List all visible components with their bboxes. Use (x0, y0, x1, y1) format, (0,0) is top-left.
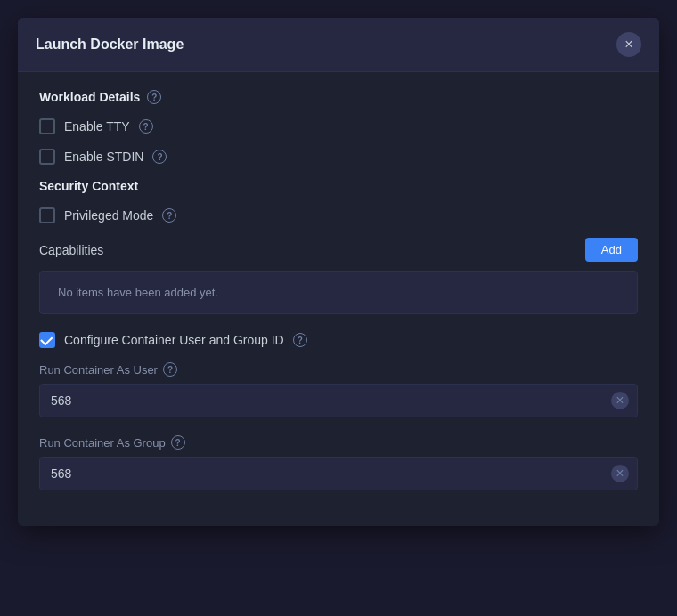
enable-stdin-help-icon[interactable]: ? (152, 150, 167, 164)
run-as-group-input[interactable] (39, 457, 638, 490)
modal-header: Launch Docker Image × (18, 18, 659, 72)
modal-body: Workload Details ? Enable TTY ? Enable S… (18, 72, 659, 526)
close-button[interactable]: × (616, 32, 641, 57)
privileged-mode-label: Privileged Mode (64, 208, 153, 223)
workload-details-title: Workload Details (39, 90, 140, 104)
enable-tty-help-icon[interactable]: ? (139, 119, 153, 134)
run-as-user-group: Run Container As User ? × (39, 362, 638, 417)
add-capability-button[interactable]: Add (585, 238, 638, 262)
enable-tty-row: Enable TTY ? (39, 118, 638, 134)
enable-stdin-label: Enable STDIN (64, 150, 143, 164)
run-as-user-input-wrapper: × (39, 384, 638, 417)
workload-details-header: Workload Details ? (39, 90, 638, 104)
launch-docker-modal: Launch Docker Image × Workload Details ?… (18, 18, 659, 526)
enable-stdin-checkbox[interactable] (39, 149, 55, 165)
configure-container-label: Configure Container User and Group ID (64, 333, 284, 347)
run-as-user-label: Run Container As User (39, 363, 158, 377)
capabilities-empty-message: No items have been added yet. (58, 286, 218, 299)
run-as-user-field-label: Run Container As User ? (39, 362, 638, 377)
enable-tty-checkbox[interactable] (39, 118, 55, 134)
capabilities-row: Capabilities Add (39, 238, 638, 262)
capabilities-label: Capabilities (39, 243, 103, 257)
configure-container-checkbox[interactable] (39, 332, 55, 348)
capabilities-empty-box: No items have been added yet. (39, 271, 638, 314)
enable-tty-label: Enable TTY (64, 119, 130, 134)
privileged-mode-checkbox[interactable] (39, 207, 55, 223)
run-as-group-label: Run Container As Group (39, 436, 166, 450)
configure-container-row: Configure Container User and Group ID ? (39, 332, 638, 348)
run-as-group-help-icon[interactable]: ? (171, 435, 185, 450)
run-as-user-input[interactable] (39, 384, 638, 417)
security-context-title: Security Context (39, 179, 638, 193)
run-as-user-clear-icon[interactable]: × (611, 392, 629, 409)
modal-title: Launch Docker Image (36, 36, 184, 53)
run-as-group-clear-icon[interactable]: × (611, 465, 629, 482)
privileged-mode-help-icon[interactable]: ? (162, 208, 176, 223)
configure-container-help-icon[interactable]: ? (293, 333, 307, 347)
run-as-group-input-wrapper: × (39, 457, 638, 490)
privileged-mode-row: Privileged Mode ? (39, 207, 638, 223)
run-as-group-group: Run Container As Group ? × (39, 435, 638, 490)
run-as-user-help-icon[interactable]: ? (163, 362, 177, 377)
run-as-group-field-label: Run Container As Group ? (39, 435, 638, 450)
enable-stdin-row: Enable STDIN ? (39, 149, 638, 165)
workload-details-help-icon[interactable]: ? (147, 90, 161, 104)
